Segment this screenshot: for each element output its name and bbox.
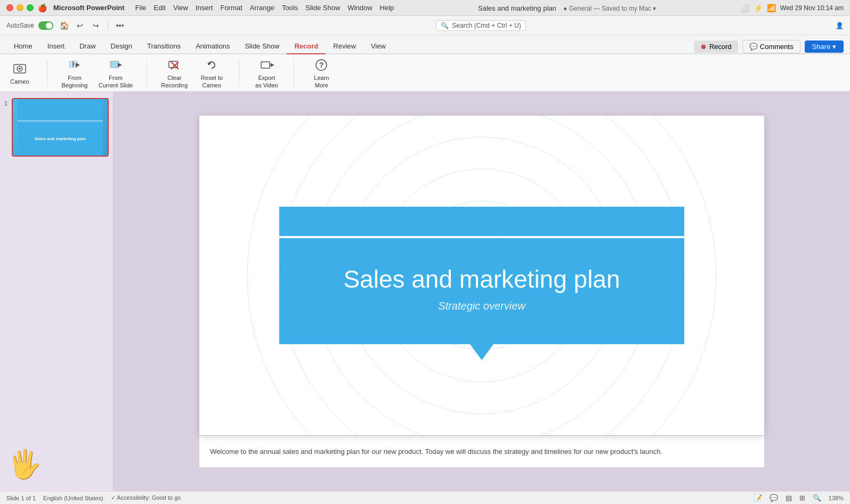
- ribbon-content: Cameo FromBeginning FromCurrent Slide: [0, 54, 850, 92]
- ribbon-group-from-current[interactable]: FromCurrent Slide: [99, 56, 133, 88]
- zoom-icon[interactable]: 🔍: [813, 494, 821, 502]
- record-button-top[interactable]: ⏺ Record: [694, 40, 738, 53]
- slide-editor: Sales and marketing plan Strategic overv…: [114, 92, 850, 491]
- menu-view[interactable]: View: [173, 4, 188, 12]
- from-current-icon: [108, 56, 123, 74]
- tab-home[interactable]: Home: [6, 39, 40, 54]
- minimize-button[interactable]: [17, 4, 23, 11]
- tab-draw[interactable]: Draw: [72, 39, 103, 54]
- comments-button[interactable]: 💬 Comments: [742, 40, 800, 53]
- system-icons: ⬜ ⚡ 📶 Wed 29 Nov 10:14 am: [740, 4, 844, 12]
- comments-status-icon[interactable]: 💬: [770, 494, 778, 502]
- svg-text:?: ?: [319, 61, 324, 69]
- notes-view-icon[interactable]: 📝: [754, 494, 762, 502]
- cursor-hand: 🖐️: [7, 448, 42, 481]
- cameo-label: Cameo: [10, 78, 29, 85]
- redo-icon[interactable]: ↪: [90, 19, 102, 32]
- from-current-label: FromCurrent Slide: [99, 75, 133, 88]
- menu-tools[interactable]: Tools: [282, 4, 298, 12]
- close-button[interactable]: [6, 4, 13, 11]
- title-center: Sales and marketing plan ● General — Sav…: [398, 3, 736, 13]
- menu-insert[interactable]: Insert: [196, 4, 213, 12]
- menu-slideshow[interactable]: Slide Show: [305, 4, 340, 12]
- divider4: [294, 60, 294, 86]
- callout-pointer: [470, 344, 493, 360]
- record-dot-icon: ⏺: [700, 43, 707, 51]
- ribbon-group-export[interactable]: Exportas Video: [253, 56, 280, 88]
- share-button[interactable]: Share ▾: [805, 40, 844, 53]
- save-status: ● General — Saved to my Mac ▾: [563, 5, 656, 12]
- slide-panel: 1 Sales and marketing plan 🖐️: [0, 92, 114, 491]
- maximize-button[interactable]: [27, 4, 34, 11]
- divider3: [239, 60, 239, 86]
- from-beginning-icon: [67, 56, 82, 74]
- svg-rect-12: [261, 62, 270, 68]
- reset-label: Reset toCameo: [201, 75, 223, 88]
- slide-canvas[interactable]: Sales and marketing plan Strategic overv…: [199, 116, 764, 435]
- autosave-toggle[interactable]: [38, 21, 53, 30]
- tab-insert[interactable]: Insert: [40, 39, 72, 54]
- export-icon: [259, 56, 274, 74]
- menu-help[interactable]: Help: [380, 4, 394, 12]
- search-icon: 🔍: [441, 22, 449, 29]
- slide-info: Slide 1 of 1: [6, 495, 36, 501]
- tab-transitions[interactable]: Transitions: [140, 39, 188, 54]
- search-bar[interactable]: 🔍 Search (Cmd + Ctrl + U): [436, 20, 525, 31]
- zoom-level: 138%: [829, 495, 844, 501]
- slide-thumbnail[interactable]: Sales and marketing plan: [12, 98, 109, 157]
- slide-content: Sales and marketing plan Strategic overv…: [279, 207, 684, 344]
- ribbon-group-clear[interactable]: ClearRecording: [161, 56, 188, 88]
- tab-design[interactable]: Design: [103, 39, 140, 54]
- more-icon[interactable]: •••: [114, 19, 126, 32]
- slide-title: Sales and marketing plan: [301, 265, 663, 294]
- slide-subtitle: Strategic overview: [301, 300, 663, 312]
- profile-button[interactable]: 👤: [836, 22, 844, 29]
- ribbon-tabs: Home Insert Draw Design Transitions Anim…: [0, 35, 850, 54]
- traffic-lights[interactable]: [6, 4, 34, 11]
- reset-cameo-icon: [204, 56, 219, 74]
- title-bar: 🍎 Microsoft PowerPoint File Edit View In…: [0, 0, 850, 16]
- slide-number: 1: [4, 100, 7, 107]
- app-name: Microsoft PowerPoint: [53, 4, 125, 12]
- menu-bar[interactable]: File Edit View Insert Format Arrange Too…: [135, 4, 394, 12]
- svg-marker-7: [118, 63, 122, 67]
- comment-icon: 💬: [749, 43, 758, 51]
- thumb-text: Sales and marketing plan: [35, 136, 86, 141]
- svg-point-2: [19, 68, 21, 70]
- search-placeholder: Search (Cmd + Ctrl + U): [452, 22, 521, 29]
- undo-icon[interactable]: ↩: [74, 19, 86, 32]
- separator: [108, 21, 108, 30]
- wifi-icon: 📶: [767, 4, 776, 12]
- menu-file[interactable]: File: [135, 4, 147, 12]
- tab-right-buttons: ⏺ Record 💬 Comments Share ▾: [694, 40, 844, 53]
- menu-arrange[interactable]: Arrange: [250, 4, 274, 12]
- divider1: [47, 60, 47, 86]
- tab-review[interactable]: Review: [326, 39, 363, 54]
- menu-format[interactable]: Format: [220, 4, 242, 12]
- tab-view[interactable]: View: [363, 39, 393, 54]
- time-display: Wed 29 Nov 10:14 am: [780, 4, 844, 12]
- clear-label: ClearRecording: [161, 75, 188, 88]
- normal-view-icon[interactable]: ▤: [786, 494, 792, 502]
- slide-grid-icon[interactable]: ⊞: [799, 494, 805, 502]
- notes-area: Welcome to the annual sales and marketin…: [199, 435, 764, 467]
- ribbon-group-learn[interactable]: ? LearnMore: [308, 56, 335, 88]
- export-label: Exportas Video: [255, 75, 278, 88]
- divider2: [147, 60, 147, 86]
- tab-record[interactable]: Record: [287, 39, 326, 54]
- quick-access-bar: AutoSave 🏠 ↩ ↪ ••• 🔍 Search (Cmd + Ctrl …: [0, 16, 850, 35]
- main-area: 1 Sales and marketing plan 🖐️: [0, 92, 850, 491]
- home-icon[interactable]: 🏠: [58, 19, 70, 32]
- ribbon-group-from-beginning[interactable]: FromBeginning: [61, 56, 88, 88]
- tab-animations[interactable]: Animations: [188, 39, 237, 54]
- autosave-label: AutoSave: [6, 22, 34, 29]
- menu-window[interactable]: Window: [347, 4, 372, 12]
- thumb-inner: Sales and marketing plan: [13, 99, 108, 156]
- learn-more-icon: ?: [314, 56, 329, 74]
- menu-edit[interactable]: Edit: [154, 4, 166, 12]
- slide-top-bar: [279, 207, 684, 236]
- tab-slideshow[interactable]: Slide Show: [237, 39, 287, 54]
- ribbon-group-reset[interactable]: Reset toCameo: [198, 56, 225, 88]
- ribbon-group-cameo[interactable]: Cameo: [6, 60, 33, 85]
- document-name: Sales and marketing plan: [478, 4, 556, 12]
